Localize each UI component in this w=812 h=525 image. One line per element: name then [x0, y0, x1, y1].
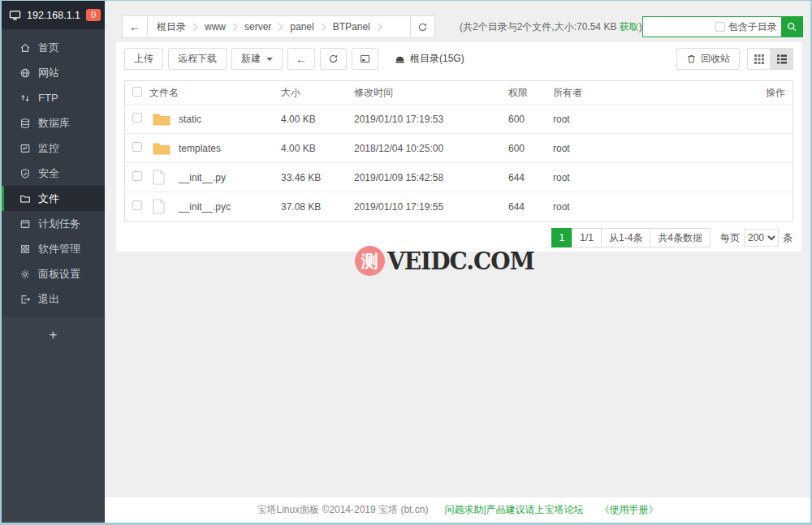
home-icon — [19, 42, 31, 54]
trash-icon — [686, 54, 697, 64]
manual-link[interactable]: 《使用手册》 — [600, 503, 659, 517]
calc-size-link[interactable]: 获取 — [620, 21, 639, 32]
per-page-prefix: 每页 — [720, 231, 740, 245]
row-checkbox[interactable] — [132, 113, 142, 123]
search-input[interactable] — [643, 18, 715, 36]
file-icon — [153, 170, 165, 185]
sidebar-menu: 首页 网站 FTP 数据库 监控 安全 文件 计划任务 — [2, 29, 105, 312]
sidebar-item-database[interactable]: 数据库 — [2, 110, 105, 136]
sidebar-item-logout[interactable]: 退出 — [2, 286, 105, 312]
sidebar-item-label: 网站 — [38, 66, 59, 80]
file-manager-card: 上传 远程下载 新建 ← 根目录(15G) — [116, 42, 801, 252]
sidebar-item-cron[interactable]: 计划任务 — [2, 211, 105, 236]
list-view-icon — [777, 54, 787, 64]
search-icon — [786, 21, 797, 32]
list-view-button[interactable] — [770, 48, 793, 70]
sidebar-item-security[interactable]: 安全 — [2, 161, 105, 186]
page-1-button[interactable]: 1 — [551, 228, 573, 247]
file-name[interactable]: __init__.pyc — [179, 201, 281, 213]
table-row[interactable]: __init__.pyc 37.08 KB 2019/01/10 17:19:5… — [125, 191, 793, 221]
sidebar-item-website[interactable]: 网站 — [2, 60, 105, 85]
include-subdir-option[interactable]: 包含子目录 — [715, 20, 781, 34]
sidebar-item-label: 面板设置 — [38, 267, 80, 282]
sidebar-item-home[interactable]: 首页 — [2, 35, 105, 60]
file-owner: root — [553, 201, 755, 213]
disk-selector[interactable]: 根目录(15G) — [394, 52, 464, 66]
main-area: ← 根目录 www server panel BTPanel (共2个目录与2个… — [105, 1, 810, 523]
file-table: 文件名 大小 修改时间 权限 所有者 操作 static 4.00 KB 201… — [124, 80, 793, 222]
grid-view-icon — [754, 54, 764, 64]
sidebar-item-label: 退出 — [38, 292, 59, 307]
path-refresh-button[interactable] — [410, 16, 434, 37]
breadcrumb-bar: ← 根目录 www server panel BTPanel — [122, 15, 435, 38]
table-header-row: 文件名 大小 修改时间 权限 所有者 操作 — [125, 81, 793, 104]
file-mtime: 2019/01/09 15:42:58 — [354, 172, 508, 183]
page-indicator: 1/1 — [572, 228, 602, 247]
chevron-right-icon — [230, 23, 238, 31]
include-subdir-checkbox[interactable] — [715, 22, 725, 32]
recycle-bin-button[interactable]: 回收站 — [676, 48, 740, 70]
file-perm: 600 — [508, 114, 553, 125]
breadcrumb-panel[interactable]: panel — [287, 21, 316, 32]
table-row[interactable]: __init__.py 33.46 KB 2019/01/09 15:42:58… — [125, 162, 793, 191]
file-size: 4.00 KB — [281, 114, 354, 125]
file-icon — [153, 199, 165, 214]
per-page-select[interactable]: 200 — [744, 229, 779, 247]
calendar-icon — [19, 218, 31, 230]
refresh-button[interactable] — [320, 48, 347, 70]
disk-icon — [394, 53, 406, 65]
sidebar-item-settings[interactable]: 面板设置 — [2, 261, 105, 286]
sidebar-item-label: FTP — [38, 92, 58, 104]
select-all-checkbox[interactable] — [132, 87, 142, 97]
file-size: 37.08 KB — [281, 201, 354, 213]
chevron-right-icon — [275, 23, 283, 31]
header-size: 大小 — [281, 86, 354, 100]
file-size: 33.46 KB — [281, 172, 354, 183]
back-button[interactable]: ← — [287, 48, 315, 70]
path-back-button[interactable]: ← — [123, 16, 148, 37]
sidebar-item-software[interactable]: 软件管理 — [2, 236, 105, 261]
breadcrumb-www[interactable]: www — [202, 21, 228, 32]
chart-icon — [19, 143, 31, 154]
file-name[interactable]: templates — [179, 143, 281, 154]
total-count: 共4条数据 — [650, 228, 710, 247]
row-checkbox[interactable] — [132, 200, 142, 210]
breadcrumb-root[interactable]: 根目录 — [154, 20, 188, 34]
table-row[interactable]: templates 4.00 KB 2018/12/04 10:25:00 60… — [125, 133, 793, 162]
new-button[interactable]: 新建 — [231, 48, 283, 70]
header-mtime: 修改时间 — [354, 86, 508, 100]
header-owner: 所有者 — [553, 86, 755, 100]
file-name[interactable]: static — [179, 114, 281, 125]
file-mtime: 2018/12/04 10:25:00 — [354, 143, 508, 154]
server-header[interactable]: 192.168.1.1 0 — [2, 1, 105, 29]
file-name[interactable]: __init__.py — [179, 172, 281, 183]
file-owner: root — [553, 172, 755, 183]
breadcrumb-btpanel[interactable]: BTPanel — [330, 21, 373, 32]
search-button[interactable] — [781, 16, 803, 37]
row-checkbox[interactable] — [132, 142, 142, 152]
upload-button[interactable]: 上传 — [124, 48, 163, 70]
sidebar-item-label: 数据库 — [38, 116, 70, 131]
table-row[interactable]: static 4.00 KB 2019/01/10 17:19:53 600 r… — [125, 104, 793, 133]
gear-icon — [19, 269, 31, 280]
file-mtime: 2019/01/10 17:19:53 — [354, 114, 508, 125]
add-shortcut-button[interactable]: + — [37, 327, 70, 343]
row-checkbox[interactable] — [132, 171, 142, 181]
arrow-left-icon: ← — [296, 53, 307, 66]
toolbar-right: 回收站 — [676, 48, 793, 70]
sidebar: 192.168.1.1 0 首页 网站 FTP 数据库 监控 安全 — [2, 1, 105, 523]
message-badge[interactable]: 0 — [86, 9, 101, 21]
sidebar-item-ftp[interactable]: FTP — [2, 85, 105, 110]
file-perm: 600 — [508, 143, 553, 154]
forum-link[interactable]: 问题求助|产品建议请上宝塔论坛 — [444, 503, 583, 517]
remote-download-button[interactable]: 远程下载 — [168, 48, 227, 70]
folder-icon — [153, 141, 171, 155]
grid-view-button[interactable] — [747, 48, 771, 70]
caret-down-icon — [266, 58, 273, 61]
sidebar-item-files[interactable]: 文件 — [2, 186, 105, 211]
sidebar-item-monitor[interactable]: 监控 — [2, 136, 105, 161]
terminal-button[interactable] — [352, 48, 378, 70]
breadcrumb-server[interactable]: server — [242, 21, 274, 32]
copyright-text: 宝塔Linux面板 ©2014-2019 宝塔 (bt.cn) — [257, 503, 428, 517]
sidebar-item-label: 文件 — [38, 191, 59, 206]
